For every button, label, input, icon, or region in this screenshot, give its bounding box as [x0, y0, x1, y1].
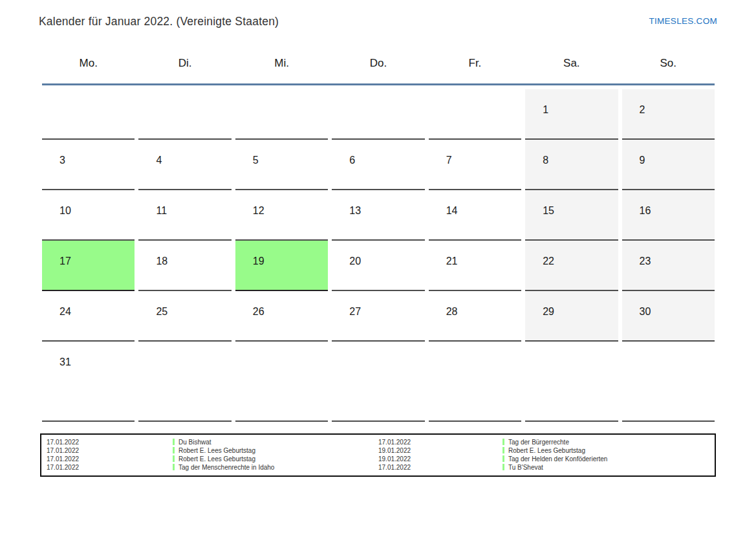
- empty-day-cell: [235, 342, 328, 422]
- week-row-4: 17181920212223: [42, 241, 715, 291]
- week-row-1: 12: [42, 89, 715, 140]
- page-title: Kalender für Januar 2022. (Vereinigte St…: [39, 14, 279, 29]
- empty-day-cell: [42, 89, 135, 140]
- day-cell-7: 7: [429, 140, 521, 190]
- legend-date: 17.01.2022: [41, 455, 173, 463]
- calendar-grid: 1234567891011121314151617181920212223242…: [42, 89, 715, 422]
- legend-event-label: Tu B'Shevat: [508, 464, 543, 471]
- legend-event: Robert E. Lees Geburtstag: [173, 446, 373, 455]
- day-cell-2: 2: [622, 89, 715, 140]
- day-cell-14: 14: [429, 190, 521, 241]
- weekday-label-so: So.: [622, 57, 715, 70]
- weekday-label-fr: Fr.: [429, 57, 521, 70]
- legend-row: 17.01.2022Du Bishwat17.01.2022Tag der Bü…: [41, 438, 715, 446]
- day-cell-11: 11: [138, 190, 231, 241]
- event-marker-icon: [502, 464, 504, 470]
- empty-day-cell: [429, 89, 521, 140]
- legend-date: 17.01.2022: [373, 463, 502, 472]
- empty-day-cell: [332, 342, 424, 422]
- day-cell-26: 26: [235, 291, 328, 342]
- legend-event-label: Du Bishwat: [178, 439, 211, 446]
- weekday-label-do: Do.: [332, 57, 424, 70]
- day-cell-31: 31: [42, 342, 135, 422]
- empty-day-cell: [235, 89, 328, 140]
- legend-event: Tag der Menschenrechte in Idaho: [173, 463, 373, 472]
- legend-date: 17.01.2022: [41, 446, 173, 455]
- legend-event: Tag der Bürgerrechte: [502, 438, 715, 446]
- event-marker-icon: [502, 455, 504, 462]
- legend-event: Du Bishwat: [173, 438, 373, 446]
- event-marker-icon: [173, 439, 175, 445]
- legend-date: 19.01.2022: [373, 446, 502, 455]
- weekday-label-sa: Sa.: [525, 57, 618, 70]
- week-row-3: 10111213141516: [42, 190, 715, 241]
- legend-row: 17.01.2022Robert E. Lees Geburtstag19.01…: [41, 446, 715, 455]
- day-cell-24: 24: [42, 291, 135, 342]
- legend-event-label: Tag der Menschenrechte in Idaho: [178, 464, 274, 471]
- event-marker-icon: [173, 447, 175, 453]
- day-cell-23: 23: [622, 241, 715, 291]
- weekday-label-di: Di.: [138, 57, 231, 70]
- legend-row: 17.01.2022Tag der Menschenrechte in Idah…: [41, 463, 715, 472]
- day-cell-19: 19: [235, 241, 328, 291]
- day-cell-18: 18: [138, 241, 231, 291]
- legend-row: 17.01.2022Robert E. Lees Geburtstag19.01…: [41, 455, 715, 463]
- legend-box: 17.01.2022Du Bishwat17.01.2022Tag der Bü…: [40, 433, 716, 477]
- empty-day-cell: [525, 342, 618, 422]
- weekday-label-mo: Mo.: [42, 57, 135, 70]
- day-cell-13: 13: [332, 190, 424, 241]
- day-cell-10: 10: [42, 190, 135, 241]
- empty-day-cell: [429, 342, 521, 422]
- empty-day-cell: [138, 89, 231, 140]
- day-cell-8: 8: [525, 140, 618, 190]
- legend-event: Robert E. Lees Geburtstag: [173, 455, 373, 463]
- week-row-2: 3456789: [42, 140, 715, 190]
- day-cell-29: 29: [525, 291, 618, 342]
- day-cell-1: 1: [525, 89, 618, 140]
- week-row-6: 31: [42, 342, 715, 422]
- empty-day-cell: [622, 342, 715, 422]
- legend-event: Tu B'Shevat: [502, 463, 715, 472]
- event-marker-icon: [502, 439, 504, 445]
- legend-date: 17.01.2022: [41, 438, 173, 446]
- legend-event: Robert E. Lees Geburtstag: [502, 446, 715, 455]
- weekday-header-row: Mo.Di.Mi.Do.Fr.Sa.So.: [42, 57, 715, 85]
- day-cell-6: 6: [332, 140, 424, 190]
- legend-event-label: Robert E. Lees Geburtstag: [178, 447, 255, 454]
- legend-date: 19.01.2022: [373, 455, 502, 463]
- empty-day-cell: [332, 89, 424, 140]
- event-marker-icon: [173, 464, 175, 470]
- day-cell-4: 4: [138, 140, 231, 190]
- legend-event-label: Robert E. Lees Geburtstag: [178, 455, 255, 463]
- legend-date: 17.01.2022: [373, 438, 502, 446]
- empty-day-cell: [138, 342, 231, 422]
- day-cell-30: 30: [622, 291, 715, 342]
- legend-event: Tag der Helden der Konföderierten: [502, 455, 715, 463]
- legend-event-label: Tag der Helden der Konföderierten: [508, 455, 607, 463]
- day-cell-22: 22: [525, 241, 618, 291]
- event-marker-icon: [502, 447, 504, 453]
- day-cell-21: 21: [429, 241, 521, 291]
- day-cell-16: 16: [622, 190, 715, 241]
- top-bar: Kalender für Januar 2022. (Vereinigte St…: [0, 0, 756, 29]
- day-cell-9: 9: [622, 140, 715, 190]
- legend-event-label: Robert E. Lees Geburtstag: [508, 447, 585, 454]
- day-cell-15: 15: [525, 190, 618, 241]
- day-cell-5: 5: [235, 140, 328, 190]
- weekday-label-mi: Mi.: [235, 57, 328, 70]
- day-cell-20: 20: [332, 241, 424, 291]
- week-row-5: 24252627282930: [42, 291, 715, 342]
- day-cell-3: 3: [42, 140, 135, 190]
- day-cell-17: 17: [42, 241, 135, 291]
- day-cell-25: 25: [138, 291, 231, 342]
- legend-event-label: Tag der Bürgerrechte: [508, 439, 569, 446]
- day-cell-28: 28: [429, 291, 521, 342]
- brand-link[interactable]: TIMESLES.COM: [649, 15, 717, 28]
- day-cell-12: 12: [235, 190, 328, 241]
- legend-date: 17.01.2022: [41, 463, 173, 472]
- event-marker-icon: [173, 455, 175, 462]
- day-cell-27: 27: [332, 291, 424, 342]
